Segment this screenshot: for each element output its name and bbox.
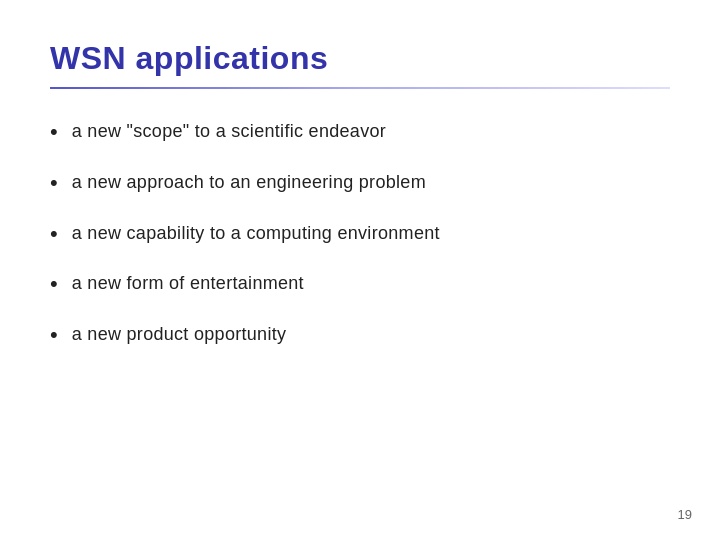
list-item: • a new capability to a computing enviro…	[50, 221, 670, 250]
bullet-text: a new form of entertainment	[72, 271, 304, 296]
bullet-dot: •	[50, 219, 58, 250]
bullet-dot: •	[50, 168, 58, 199]
bullet-dot: •	[50, 269, 58, 300]
bullet-dot: •	[50, 117, 58, 148]
bullet-dot: •	[50, 320, 58, 351]
bullet-text: a new "scope" to a scientific endeavor	[72, 119, 386, 144]
list-item: • a new "scope" to a scientific endeavor	[50, 119, 670, 148]
list-item: • a new approach to an engineering probl…	[50, 170, 670, 199]
list-item: • a new product opportunity	[50, 322, 670, 351]
bullet-text: a new approach to an engineering problem	[72, 170, 426, 195]
page-number: 19	[678, 507, 692, 522]
list-item: • a new form of entertainment	[50, 271, 670, 300]
slide-title: WSN applications	[50, 40, 670, 77]
slide: WSN applications • a new "scope" to a sc…	[0, 0, 720, 540]
bullet-list: • a new "scope" to a scientific endeavor…	[50, 119, 670, 351]
bullet-text: a new capability to a computing environm…	[72, 221, 440, 246]
title-divider	[50, 87, 670, 89]
bullet-text: a new product opportunity	[72, 322, 287, 347]
